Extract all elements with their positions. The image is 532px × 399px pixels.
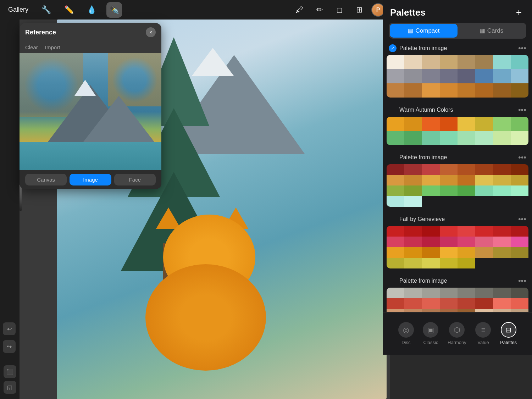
undo-button[interactable]: ↩ <box>3 322 16 335</box>
color-swatch-3-27[interactable] <box>440 258 458 268</box>
tab-image[interactable]: Image <box>70 174 111 185</box>
color-swatch-2-2[interactable] <box>422 164 440 175</box>
color-swatch-0-0[interactable] <box>387 55 404 69</box>
color-swatch-4-7[interactable] <box>511 288 528 298</box>
color-swatch-2-7[interactable] <box>511 164 528 175</box>
color-swatch-3-0[interactable] <box>387 226 404 237</box>
color-swatch-0-21[interactable] <box>475 83 493 98</box>
color-swatch-4-16[interactable] <box>387 309 404 312</box>
color-swatch-0-16[interactable] <box>387 83 404 98</box>
color-swatch-3-12[interactable] <box>458 237 475 247</box>
color-swatch-4-3[interactable] <box>440 288 458 298</box>
color-swatch-2-22[interactable] <box>493 185 511 196</box>
color-swatch-4-13[interactable] <box>475 298 493 309</box>
color-swatch-1-0[interactable] <box>387 117 404 131</box>
color-swatch-4-23[interactable] <box>511 309 528 312</box>
color-swatch-4-11[interactable] <box>440 298 458 309</box>
color-swatch-0-11[interactable] <box>440 69 458 83</box>
color-swatch-2-25[interactable] <box>404 196 422 207</box>
gallery-button[interactable]: Gallery <box>5 5 31 15</box>
color-swatch-3-22[interactable] <box>493 247 511 258</box>
reference-import-button[interactable]: Import <box>45 44 60 50</box>
color-swatch-2-5[interactable] <box>475 164 493 175</box>
color-swatch-4-14[interactable] <box>493 298 511 309</box>
color-swatch-2-21[interactable] <box>475 185 493 196</box>
color-swatch-0-8[interactable] <box>387 69 404 83</box>
color-swatch-1-5[interactable] <box>475 117 493 131</box>
color-swatch-0-18[interactable] <box>422 83 440 98</box>
pen-tool-button[interactable]: ✒️ <box>106 2 122 18</box>
color-swatch-4-18[interactable] <box>422 309 440 312</box>
reference-close-button[interactable]: × <box>146 27 156 37</box>
color-swatch-0-19[interactable] <box>440 83 458 98</box>
color-swatch-0-15[interactable] <box>511 69 528 83</box>
color-swatch-4-9[interactable] <box>404 298 422 309</box>
palette-more-button-1[interactable]: ••• <box>518 106 526 114</box>
color-swatch-0-20[interactable] <box>458 83 475 98</box>
palette-more-button-0[interactable]: ••• <box>518 44 526 52</box>
color-swatch-3-28[interactable] <box>458 258 475 268</box>
color-swatch-3-21[interactable] <box>475 247 493 258</box>
color-swatch-1-9[interactable] <box>404 131 422 145</box>
redo-button[interactable]: ↪ <box>3 340 16 353</box>
color-swatch-3-25[interactable] <box>404 258 422 268</box>
color-swatch-3-18[interactable] <box>422 247 440 258</box>
color-swatch-1-14[interactable] <box>493 131 511 145</box>
harmony-tool-button[interactable]: ⬡ Harmony <box>448 322 466 345</box>
color-swatch-0-22[interactable] <box>493 83 511 98</box>
color-swatch-2-17[interactable] <box>404 185 422 196</box>
color-swatch-2-23[interactable] <box>511 185 528 196</box>
color-swatch-4-17[interactable] <box>404 309 422 312</box>
color-swatch-4-5[interactable] <box>475 288 493 298</box>
color-swatch-4-1[interactable] <box>404 288 422 298</box>
color-swatch-3-5[interactable] <box>475 226 493 237</box>
color-swatch-4-15[interactable] <box>511 298 528 309</box>
pencil-button[interactable]: ✏ <box>312 2 327 18</box>
color-swatch-3-2[interactable] <box>422 226 440 237</box>
color-swatch-4-10[interactable] <box>422 298 440 309</box>
color-swatch-3-14[interactable] <box>493 237 511 247</box>
color-swatch-2-0[interactable] <box>387 164 404 175</box>
color-swatch-1-10[interactable] <box>422 131 440 145</box>
color-swatch-2-12[interactable] <box>458 175 475 185</box>
color-swatch-0-12[interactable] <box>458 69 475 83</box>
color-swatch-3-24[interactable] <box>387 258 404 268</box>
wrench-tool-button[interactable]: 🔧 <box>38 2 54 18</box>
reference-clear-button[interactable]: Clear <box>25 44 38 50</box>
color-swatch-2-9[interactable] <box>404 175 422 185</box>
color-swatch-2-10[interactable] <box>422 175 440 185</box>
color-swatch-2-13[interactable] <box>475 175 493 185</box>
color-swatch-1-13[interactable] <box>475 131 493 145</box>
cards-view-button[interactable]: ▦ Cards <box>458 24 525 38</box>
color-swatch-1-11[interactable] <box>440 131 458 145</box>
color-swatch-0-2[interactable] <box>422 55 440 69</box>
color-swatch-1-4[interactable] <box>458 117 475 131</box>
color-swatch-0-6[interactable] <box>493 55 511 69</box>
color-swatch-2-4[interactable] <box>458 164 475 175</box>
color-swatch-0-17[interactable] <box>404 83 422 98</box>
pen-ink-button[interactable]: 🖊 <box>292 2 307 18</box>
color-swatch-0-23[interactable] <box>511 83 528 98</box>
color-swatch-4-21[interactable] <box>475 309 493 312</box>
color-swatch-2-11[interactable] <box>440 175 458 185</box>
smudge-tool-button[interactable]: 💧 <box>84 2 99 18</box>
color-swatch-4-6[interactable] <box>493 288 511 298</box>
color-swatch-0-9[interactable] <box>404 69 422 83</box>
modify-button[interactable]: ◱ <box>4 381 16 394</box>
color-swatch-3-6[interactable] <box>493 226 511 237</box>
color-swatch-1-1[interactable] <box>404 117 422 131</box>
tab-face[interactable]: Face <box>114 174 156 185</box>
color-swatch-2-19[interactable] <box>440 185 458 196</box>
eraser-button[interactable]: ◻ <box>332 2 347 18</box>
color-swatch-4-20[interactable] <box>458 309 475 312</box>
color-swatch-0-7[interactable] <box>511 55 528 69</box>
color-swatch-3-16[interactable] <box>387 247 404 258</box>
color-swatch-3-9[interactable] <box>404 237 422 247</box>
color-swatch-3-7[interactable] <box>511 226 528 237</box>
color-swatch-1-2[interactable] <box>422 117 440 131</box>
disc-tool-button[interactable]: ◎ Disc <box>398 322 414 345</box>
palettes-tool-button[interactable]: ⊟ Palettes <box>500 322 517 345</box>
color-swatch-2-18[interactable] <box>422 185 440 196</box>
color-swatch-2-8[interactable] <box>387 175 404 185</box>
color-swatch-0-5[interactable] <box>475 55 493 69</box>
